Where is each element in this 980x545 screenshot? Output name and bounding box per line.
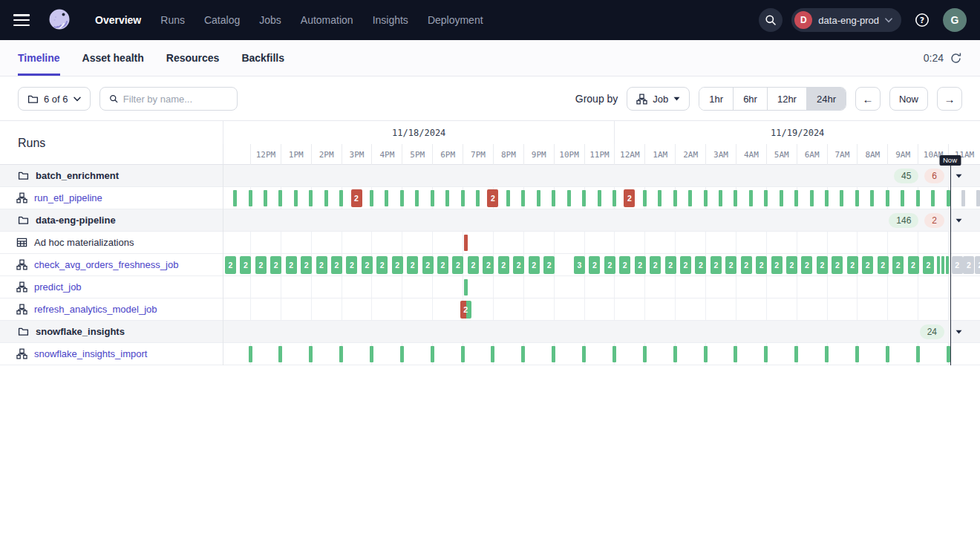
expand-caret[interactable] xyxy=(956,321,962,342)
run-marker[interactable]: 2 xyxy=(650,256,661,274)
run-marker[interactable] xyxy=(521,346,525,362)
run-marker[interactable]: 2 xyxy=(407,256,418,274)
menu-icon[interactable] xyxy=(13,14,30,26)
name-filter-input[interactable] xyxy=(123,94,228,105)
run-marker[interactable] xyxy=(461,346,465,362)
run-marker[interactable]: 2 xyxy=(286,256,297,274)
run-marker[interactable] xyxy=(704,346,708,362)
run-marker[interactable] xyxy=(658,190,662,206)
run-marker[interactable] xyxy=(249,346,252,362)
run-marker[interactable] xyxy=(764,190,768,206)
run-marker[interactable] xyxy=(840,190,843,206)
run-marker[interactable]: 2 xyxy=(908,256,919,274)
run-marker[interactable] xyxy=(339,190,343,206)
run-marker[interactable]: 2 xyxy=(487,189,498,207)
run-marker[interactable] xyxy=(582,346,586,362)
run-marker[interactable]: 2 xyxy=(878,256,889,274)
run-marker[interactable]: 2 xyxy=(376,256,388,274)
tab-resources[interactable]: Resources xyxy=(166,40,220,76)
run-marker[interactable]: 2 xyxy=(316,256,327,274)
run-marker[interactable]: 2 xyxy=(695,256,706,274)
run-marker[interactable]: 2 xyxy=(680,256,691,274)
run-marker[interactable] xyxy=(734,346,737,362)
run-marker[interactable] xyxy=(464,279,468,296)
run-marker[interactable] xyxy=(794,346,798,362)
run-marker[interactable] xyxy=(324,190,328,206)
timeline-next-button[interactable]: → xyxy=(937,87,962,111)
nav-item-deployment[interactable]: Deployment xyxy=(428,14,483,26)
help-icon[interactable]: ? xyxy=(910,8,934,32)
run-marker[interactable]: 2 xyxy=(270,256,281,274)
run-marker[interactable]: 2 xyxy=(589,256,600,274)
run-marker[interactable] xyxy=(552,190,555,206)
run-marker[interactable]: 2 xyxy=(331,256,342,274)
tab-asset-health[interactable]: Asset health xyxy=(82,40,144,76)
run-marker[interactable]: 2 xyxy=(741,256,752,274)
search-icon[interactable] xyxy=(759,8,783,32)
repo-filter-button[interactable]: 6 of 6 xyxy=(18,87,91,111)
run-marker[interactable] xyxy=(370,346,373,362)
nav-item-jobs[interactable]: Jobs xyxy=(259,14,281,26)
run-marker[interactable] xyxy=(598,190,601,206)
run-marker[interactable] xyxy=(339,346,343,362)
group-by-select[interactable]: Job xyxy=(627,87,690,111)
timeline-now-button[interactable]: Now xyxy=(889,87,928,111)
run-marker[interactable]: 2 xyxy=(483,256,494,274)
run-marker[interactable] xyxy=(249,190,252,206)
run-marker[interactable] xyxy=(431,346,434,362)
expand-caret[interactable] xyxy=(956,209,962,231)
run-marker[interactable] xyxy=(278,346,282,362)
avatar[interactable]: G xyxy=(943,8,967,32)
run-marker[interactable]: 2 xyxy=(832,256,843,274)
tab-timeline[interactable]: Timeline xyxy=(18,40,60,76)
run-marker[interactable]: 2 xyxy=(452,256,463,274)
run-marker[interactable] xyxy=(855,190,859,206)
deployment-selector[interactable]: D data-eng-prod xyxy=(791,8,901,32)
run-marker[interactable] xyxy=(537,190,540,206)
run-marker[interactable]: 2 xyxy=(624,189,635,207)
run-marker[interactable]: 2 xyxy=(952,256,963,274)
run-marker[interactable] xyxy=(719,190,722,206)
run-marker[interactable] xyxy=(688,190,692,206)
run-marker[interactable] xyxy=(464,235,468,251)
nav-item-overview[interactable]: Overview xyxy=(95,14,141,26)
nav-item-automation[interactable]: Automation xyxy=(301,14,353,26)
run-marker[interactable] xyxy=(431,190,434,206)
run-marker[interactable]: 2 xyxy=(498,256,509,274)
run-marker[interactable] xyxy=(445,190,449,206)
run-marker[interactable] xyxy=(855,346,859,362)
nav-item-runs[interactable]: Runs xyxy=(160,14,185,26)
run-marker[interactable] xyxy=(643,190,647,206)
run-marker[interactable]: 2 xyxy=(437,256,448,274)
range-6hr[interactable]: 6hr xyxy=(733,88,767,110)
run-marker[interactable]: 2 xyxy=(635,256,646,274)
run-marker[interactable] xyxy=(309,346,313,362)
refresh-icon[interactable] xyxy=(950,52,962,65)
run-marker[interactable]: 2 xyxy=(240,256,251,274)
run-marker[interactable]: 2 xyxy=(892,256,904,274)
run-marker[interactable] xyxy=(612,190,616,206)
run-marker[interactable]: 2 xyxy=(725,256,736,274)
run-marker[interactable]: 2 xyxy=(529,256,540,274)
run-marker[interactable] xyxy=(643,346,647,362)
run-marker[interactable]: 2 xyxy=(543,256,555,274)
run-marker[interactable] xyxy=(415,190,419,206)
run-marker[interactable] xyxy=(233,190,237,206)
run-marker[interactable] xyxy=(937,256,940,274)
run-marker[interactable] xyxy=(673,346,677,362)
run-marker[interactable] xyxy=(780,190,783,206)
run-marker[interactable] xyxy=(264,190,267,206)
run-marker[interactable] xyxy=(552,346,555,362)
run-marker[interactable] xyxy=(870,190,874,206)
tab-backfills[interactable]: Backfills xyxy=(241,40,284,76)
nav-item-insights[interactable]: Insights xyxy=(373,14,408,26)
run-marker[interactable] xyxy=(916,346,920,362)
run-marker[interactable]: 2 xyxy=(756,256,767,274)
run-marker[interactable] xyxy=(673,190,677,206)
range-1hr[interactable]: 1hr xyxy=(699,88,733,110)
run-marker[interactable]: 2 xyxy=(460,301,471,319)
run-marker[interactable]: 2 xyxy=(771,256,783,274)
run-marker[interactable]: 2 xyxy=(351,189,362,207)
run-marker[interactable] xyxy=(461,190,465,206)
run-marker[interactable] xyxy=(278,190,282,206)
